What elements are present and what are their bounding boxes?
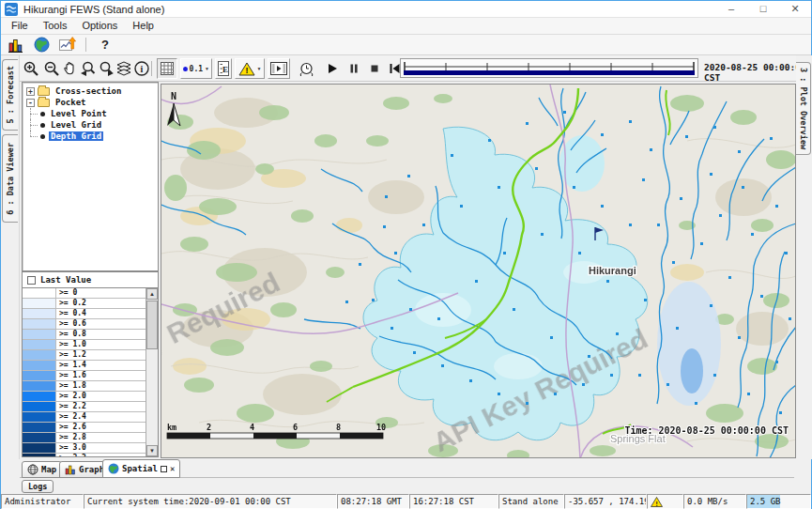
legend-row[interactable]: >= 2.0: [23, 392, 158, 402]
layers-icon[interactable]: [115, 59, 133, 78]
tree-expander-icon[interactable]: +: [26, 87, 35, 96]
grid-toggle-button[interactable]: [157, 58, 177, 79]
bullet-icon: [40, 134, 45, 139]
tab-spatial[interactable]: Spatial ✕: [102, 459, 180, 478]
legend-row[interactable]: >= 1.4: [23, 361, 158, 371]
pause-button[interactable]: [345, 59, 363, 78]
tree-item-label[interactable]: Level Grid: [49, 120, 103, 130]
legend-value-label: >= 0.6: [56, 319, 158, 329]
legend-row[interactable]: >= 0.6: [23, 319, 158, 330]
menu-item-options[interactable]: Options: [74, 18, 125, 34]
minimize-button[interactable]: –: [715, 1, 747, 17]
legend-rows: >= 0>= 0.2>= 0.4>= 0.6>= 0.8>= 1.0>= 1.2…: [23, 288, 158, 457]
legend-row[interactable]: >= 0.8: [23, 330, 158, 340]
zoom-in-icon[interactable]: [22, 59, 40, 78]
legend-row[interactable]: >= 1.6: [23, 371, 158, 381]
legend-row[interactable]: >= 2.4: [23, 412, 158, 423]
tab-plot-overview[interactable]: 3 : Plot Overview: [796, 62, 811, 155]
legend-color-swatch: [23, 371, 56, 380]
menu-item-file[interactable]: File: [4, 18, 36, 34]
legend-value-label: >= 1.4: [56, 361, 158, 370]
legend-value-label: >= 2.2: [56, 402, 158, 411]
legend-color-swatch: [23, 392, 56, 401]
scrollbar-thumb[interactable]: [146, 301, 158, 349]
tab-map[interactable]: Map: [22, 461, 62, 478]
chevron-down-icon: ▼: [205, 66, 209, 71]
warning-thresholds-dropdown[interactable]: !▼: [235, 58, 265, 79]
help-button[interactable]: ?: [96, 38, 115, 52]
last-value-checkbox[interactable]: [27, 276, 36, 285]
logs-button[interactable]: Logs: [22, 480, 54, 493]
grid-scale-dropdown[interactable]: 0.1▼: [180, 58, 212, 79]
map-toolbar: i 0.1▼ E !▼ 2020-08-25 00:00:00 CST: [1, 55, 811, 82]
legend-value-label: >= 1.2: [56, 350, 158, 360]
animation-movie-button[interactable]: [268, 58, 290, 79]
zoom-next-icon[interactable]: [97, 59, 115, 78]
chart-display-icon[interactable]: [59, 37, 76, 53]
legend-row[interactable]: >= 0.4: [23, 309, 158, 319]
legend-row[interactable]: >= 2.2: [23, 402, 158, 412]
scroll-up-icon[interactable]: ▲: [146, 288, 158, 300]
legend-row[interactable]: >= 2.6: [23, 423, 158, 433]
legend-row[interactable]: >= 0.2: [23, 299, 158, 309]
wire-globe-icon: [27, 464, 38, 475]
status-user: Administrator: [1, 494, 84, 509]
timeline-slider[interactable]: [400, 58, 698, 78]
legend-row[interactable]: >= 3.2: [23, 454, 158, 457]
tree-item-pocket[interactable]: -Pocket: [23, 97, 158, 108]
scroll-down-icon[interactable]: ▼: [146, 445, 158, 456]
svg-text:!: !: [654, 501, 658, 508]
pan-hand-icon[interactable]: [60, 59, 79, 78]
tab-data-viewer[interactable]: 6 : Data Viewer: [2, 134, 18, 223]
tree-item-level-point[interactable]: Level Point: [23, 108, 158, 119]
maximize-button[interactable]: □: [747, 1, 779, 17]
tree-item-cross-section[interactable]: +Cross-section: [23, 85, 158, 97]
menu-item-tools[interactable]: Tools: [36, 18, 75, 34]
status-warning-cell[interactable]: !: [647, 494, 683, 509]
tab-forecast[interactable]: 5 : Forecast: [2, 59, 18, 131]
tree-item-label[interactable]: Level Point: [49, 109, 109, 118]
blue-globe-icon: [108, 463, 119, 474]
folder-icon: [38, 99, 50, 107]
tree-item-label[interactable]: Depth Grid: [49, 131, 103, 141]
legend-row[interactable]: >= 2.8: [23, 433, 158, 443]
zoom-previous-icon[interactable]: [79, 59, 98, 78]
legend-row[interactable]: >= 0: [23, 288, 158, 299]
tree-item-label[interactable]: Cross-section: [54, 86, 123, 96]
label-editor-button[interactable]: E: [215, 58, 232, 79]
tree-expander-icon[interactable]: -: [26, 99, 35, 107]
legend-color-swatch: [23, 319, 56, 329]
legend-color-swatch: [23, 402, 56, 411]
play-button[interactable]: [323, 59, 342, 78]
legend-row[interactable]: >= 3.0: [23, 443, 158, 454]
tree-item-level-grid[interactable]: Level Grid: [23, 119, 158, 131]
legend-row[interactable]: >= 1.0: [23, 340, 158, 350]
tree-view: +Cross-section-PocketLevel PointLevel Gr…: [22, 82, 159, 271]
tab-restore-icon[interactable]: [161, 466, 167, 472]
legend-color-swatch: [23, 423, 56, 432]
close-button[interactable]: ✕: [779, 1, 811, 17]
globe-icon[interactable]: [34, 37, 50, 53]
warning-icon: !: [651, 497, 663, 507]
tree-item-depth-grid[interactable]: Depth Grid: [23, 131, 158, 142]
left-tab-strip: 5 : Forecast 6 : Data Viewer: [1, 55, 20, 459]
tab-close-icon[interactable]: ✕: [170, 465, 175, 473]
legend-color-swatch: [23, 350, 56, 360]
menu-item-help[interactable]: Help: [125, 18, 161, 34]
legend-row[interactable]: >= 1.2: [23, 350, 158, 361]
svg-text:E: E: [222, 65, 228, 74]
map-svg[interactable]: API Key Required API Key Required: [161, 85, 796, 458]
menu-bar: FileToolsOptionsHelp: [1, 18, 811, 35]
map-canvas[interactable]: API Key Required API Key Required: [161, 84, 796, 458]
stop-button[interactable]: [365, 59, 384, 78]
tree-item-label[interactable]: Pocket: [54, 98, 88, 107]
database-bars-icon[interactable]: [8, 38, 24, 53]
svg-text:8: 8: [336, 423, 341, 432]
animation-clock-icon[interactable]: [297, 59, 315, 78]
legend-color-swatch: [23, 381, 56, 391]
legend-scrollbar[interactable]: ▲ ▼: [146, 288, 158, 456]
zoom-out-icon[interactable]: [42, 59, 61, 78]
info-icon[interactable]: i: [132, 59, 151, 78]
legend-row[interactable]: >= 1.8: [23, 381, 158, 392]
status-memory: 2.5 GB: [746, 494, 811, 509]
